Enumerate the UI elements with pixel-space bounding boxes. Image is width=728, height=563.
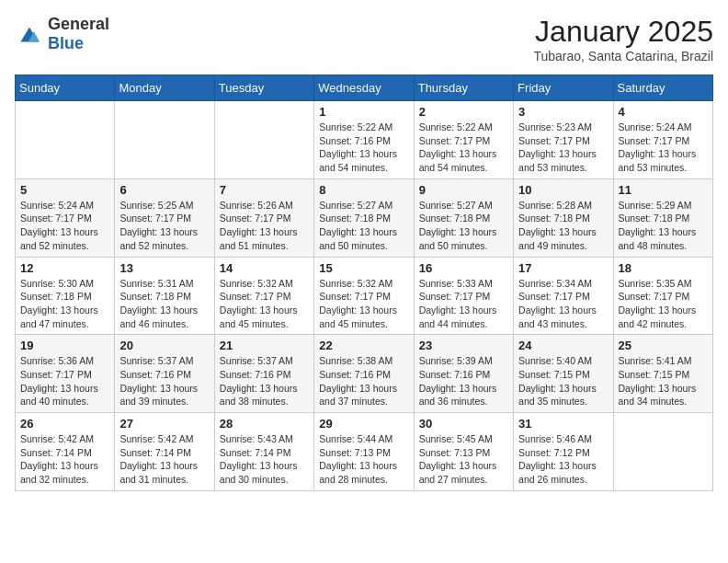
calendar-cell: 12Sunrise: 5:30 AM Sunset: 7:18 PM Dayli… (16, 257, 115, 335)
day-number: 13 (119, 261, 209, 275)
calendar-week-row: 12Sunrise: 5:30 AM Sunset: 7:18 PM Dayli… (16, 257, 713, 335)
day-number: 26 (20, 417, 109, 431)
day-info: Sunrise: 5:34 AM Sunset: 7:17 PM Dayligh… (518, 277, 608, 331)
day-number: 17 (518, 261, 608, 275)
day-number: 4 (619, 105, 708, 119)
logo-blue: Blue (48, 34, 84, 52)
weekday-header: Friday (514, 75, 613, 101)
day-info: Sunrise: 5:22 AM Sunset: 7:17 PM Dayligh… (419, 121, 508, 175)
location: Tubarao, Santa Catarina, Brazil (533, 49, 713, 63)
calendar-cell: 27Sunrise: 5:42 AM Sunset: 7:14 PM Dayli… (115, 413, 214, 491)
month-title: January 2025 (533, 15, 713, 49)
calendar-cell: 2Sunrise: 5:22 AM Sunset: 7:17 PM Daylig… (414, 101, 513, 179)
weekday-header: Saturday (613, 75, 712, 101)
day-info: Sunrise: 5:24 AM Sunset: 7:17 PM Dayligh… (20, 199, 109, 253)
calendar-cell: 9Sunrise: 5:27 AM Sunset: 7:18 PM Daylig… (414, 178, 513, 257)
day-info: Sunrise: 5:32 AM Sunset: 7:17 PM Dayligh… (220, 277, 309, 331)
day-info: Sunrise: 5:27 AM Sunset: 7:18 PM Dayligh… (419, 199, 508, 253)
day-info: Sunrise: 5:24 AM Sunset: 7:17 PM Dayligh… (619, 121, 708, 175)
calendar-week-row: 1Sunrise: 5:22 AM Sunset: 7:16 PM Daylig… (16, 101, 713, 179)
day-number: 6 (119, 183, 209, 197)
day-info: Sunrise: 5:25 AM Sunset: 7:17 PM Dayligh… (119, 199, 209, 253)
day-info: Sunrise: 5:22 AM Sunset: 7:16 PM Dayligh… (319, 121, 408, 175)
calendar-cell: 22Sunrise: 5:38 AM Sunset: 7:16 PM Dayli… (314, 335, 414, 413)
calendar-cell: 28Sunrise: 5:43 AM Sunset: 7:14 PM Dayli… (214, 413, 313, 491)
day-info: Sunrise: 5:43 AM Sunset: 7:14 PM Dayligh… (220, 432, 309, 487)
calendar-cell: 21Sunrise: 5:37 AM Sunset: 7:16 PM Dayli… (214, 335, 313, 413)
day-info: Sunrise: 5:44 AM Sunset: 7:13 PM Dayligh… (319, 432, 408, 487)
calendar-week-row: 19Sunrise: 5:36 AM Sunset: 7:17 PM Dayli… (16, 335, 713, 413)
calendar-cell (115, 101, 214, 179)
day-info: Sunrise: 5:23 AM Sunset: 7:17 PM Dayligh… (518, 121, 608, 175)
page-header: General Blue January 2025 Tubarao, Santa… (15, 15, 713, 63)
logo-icon (15, 21, 44, 47)
calendar-cell: 3Sunrise: 5:23 AM Sunset: 7:17 PM Daylig… (514, 101, 613, 179)
day-info: Sunrise: 5:36 AM Sunset: 7:17 PM Dayligh… (20, 354, 109, 408)
day-info: Sunrise: 5:38 AM Sunset: 7:16 PM Dayligh… (319, 354, 408, 408)
day-number: 12 (20, 261, 109, 275)
calendar-cell: 16Sunrise: 5:33 AM Sunset: 7:17 PM Dayli… (414, 257, 513, 335)
calendar-cell (16, 101, 115, 179)
day-number: 31 (518, 417, 608, 431)
weekday-header: Thursday (414, 75, 513, 101)
calendar-cell: 7Sunrise: 5:26 AM Sunset: 7:17 PM Daylig… (214, 178, 313, 257)
weekday-header: Tuesday (214, 75, 313, 101)
day-number: 18 (619, 261, 708, 275)
day-number: 22 (319, 339, 408, 352)
day-number: 11 (619, 183, 708, 197)
day-info: Sunrise: 5:33 AM Sunset: 7:17 PM Dayligh… (419, 277, 508, 331)
day-info: Sunrise: 5:37 AM Sunset: 7:16 PM Dayligh… (119, 354, 209, 408)
day-number: 21 (220, 339, 309, 352)
day-number: 30 (419, 417, 508, 431)
day-number: 3 (518, 105, 608, 119)
day-info: Sunrise: 5:41 AM Sunset: 7:15 PM Dayligh… (619, 354, 708, 408)
calendar-cell: 31Sunrise: 5:46 AM Sunset: 7:12 PM Dayli… (514, 413, 613, 491)
day-number: 16 (419, 261, 508, 275)
calendar-cell (214, 101, 313, 179)
calendar-cell: 23Sunrise: 5:39 AM Sunset: 7:16 PM Dayli… (414, 335, 513, 413)
day-number: 19 (20, 339, 109, 352)
calendar-cell: 29Sunrise: 5:44 AM Sunset: 7:13 PM Dayli… (314, 413, 414, 491)
calendar-cell: 18Sunrise: 5:35 AM Sunset: 7:17 PM Dayli… (613, 257, 712, 335)
day-info: Sunrise: 5:32 AM Sunset: 7:17 PM Dayligh… (319, 277, 408, 331)
weekday-header: Wednesday (314, 75, 414, 101)
calendar-week-row: 26Sunrise: 5:42 AM Sunset: 7:14 PM Dayli… (16, 413, 713, 491)
day-info: Sunrise: 5:31 AM Sunset: 7:18 PM Dayligh… (119, 277, 209, 331)
logo-general: General (48, 15, 109, 33)
day-info: Sunrise: 5:26 AM Sunset: 7:17 PM Dayligh… (220, 199, 309, 253)
logo-text: General Blue (48, 15, 109, 53)
calendar-cell: 1Sunrise: 5:22 AM Sunset: 7:16 PM Daylig… (314, 101, 414, 179)
day-info: Sunrise: 5:27 AM Sunset: 7:18 PM Dayligh… (319, 199, 408, 253)
logo: General Blue (15, 15, 109, 53)
day-info: Sunrise: 5:39 AM Sunset: 7:16 PM Dayligh… (419, 354, 508, 408)
day-info: Sunrise: 5:28 AM Sunset: 7:18 PM Dayligh… (518, 199, 608, 253)
day-number: 5 (20, 183, 109, 197)
day-info: Sunrise: 5:29 AM Sunset: 7:18 PM Dayligh… (619, 199, 708, 253)
day-info: Sunrise: 5:42 AM Sunset: 7:14 PM Dayligh… (20, 432, 109, 487)
calendar-cell: 15Sunrise: 5:32 AM Sunset: 7:17 PM Dayli… (314, 257, 414, 335)
day-number: 1 (319, 105, 408, 119)
calendar-cell: 14Sunrise: 5:32 AM Sunset: 7:17 PM Dayli… (214, 257, 313, 335)
day-info: Sunrise: 5:46 AM Sunset: 7:12 PM Dayligh… (518, 432, 608, 487)
calendar-header-row: SundayMondayTuesdayWednesdayThursdayFrid… (16, 75, 713, 101)
calendar-cell: 6Sunrise: 5:25 AM Sunset: 7:17 PM Daylig… (115, 178, 214, 257)
day-number: 29 (319, 417, 408, 431)
calendar-cell: 20Sunrise: 5:37 AM Sunset: 7:16 PM Dayli… (115, 335, 214, 413)
calendar-cell: 5Sunrise: 5:24 AM Sunset: 7:17 PM Daylig… (16, 178, 115, 257)
day-info: Sunrise: 5:35 AM Sunset: 7:17 PM Dayligh… (619, 277, 708, 331)
calendar-cell: 10Sunrise: 5:28 AM Sunset: 7:18 PM Dayli… (514, 178, 613, 257)
day-number: 27 (119, 417, 209, 431)
day-number: 14 (220, 261, 309, 275)
day-number: 24 (518, 339, 608, 352)
calendar-cell: 13Sunrise: 5:31 AM Sunset: 7:18 PM Dayli… (115, 257, 214, 335)
calendar: SundayMondayTuesdayWednesdayThursdayFrid… (15, 75, 713, 491)
day-number: 20 (119, 339, 209, 352)
day-number: 2 (419, 105, 508, 119)
day-number: 10 (518, 183, 608, 197)
calendar-cell (613, 413, 712, 491)
weekday-header: Sunday (16, 75, 115, 101)
calendar-week-row: 5Sunrise: 5:24 AM Sunset: 7:17 PM Daylig… (16, 178, 713, 257)
calendar-cell: 25Sunrise: 5:41 AM Sunset: 7:15 PM Dayli… (613, 335, 712, 413)
day-info: Sunrise: 5:37 AM Sunset: 7:16 PM Dayligh… (220, 354, 309, 408)
day-info: Sunrise: 5:45 AM Sunset: 7:13 PM Dayligh… (419, 432, 508, 487)
